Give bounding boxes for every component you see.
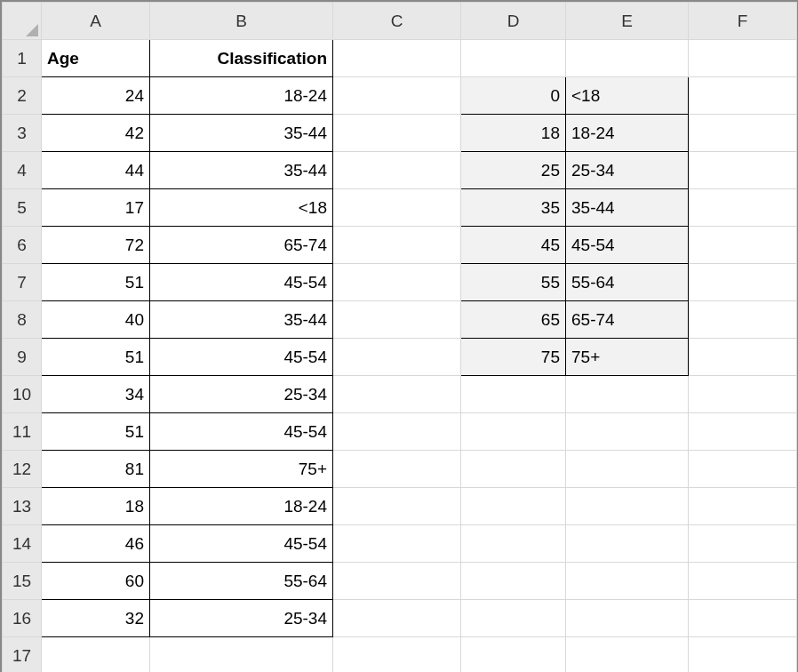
cell-D17[interactable] — [461, 637, 566, 673]
row-header-8[interactable]: 8 — [3, 301, 42, 339]
cell-C15[interactable] — [333, 563, 461, 600]
cell-C10[interactable] — [333, 376, 461, 413]
cell-A13[interactable]: 18 — [42, 488, 150, 525]
cell-B8[interactable]: 35-44 — [150, 301, 333, 339]
cell-A6[interactable]: 72 — [42, 227, 150, 264]
cell-B17[interactable] — [150, 637, 333, 673]
cell-C4[interactable] — [333, 152, 461, 189]
cell-B5[interactable]: <18 — [150, 189, 333, 227]
cell-A4[interactable]: 44 — [42, 152, 150, 189]
cell-C3[interactable] — [333, 115, 461, 152]
select-all-corner[interactable] — [3, 3, 42, 40]
cell-B6[interactable]: 65-74 — [150, 227, 333, 264]
cell-E2[interactable]: <18 — [566, 77, 689, 115]
cell-A8[interactable]: 40 — [42, 301, 150, 339]
cell-C13[interactable] — [333, 488, 461, 525]
cell-A14[interactable]: 46 — [42, 525, 150, 563]
cell-D16[interactable] — [461, 600, 566, 637]
cell-A16[interactable]: 32 — [42, 600, 150, 637]
cell-A11[interactable]: 51 — [42, 413, 150, 451]
row-header-7[interactable]: 7 — [3, 264, 42, 301]
cell-E16[interactable] — [566, 600, 689, 637]
cell-E14[interactable] — [566, 525, 689, 563]
cell-F2[interactable] — [689, 77, 797, 115]
row-header-6[interactable]: 6 — [3, 227, 42, 264]
cell-C14[interactable] — [333, 525, 461, 563]
cell-C6[interactable] — [333, 227, 461, 264]
cell-A10[interactable]: 34 — [42, 376, 150, 413]
cell-F11[interactable] — [689, 413, 797, 451]
cell-E12[interactable] — [566, 451, 689, 488]
row-header-2[interactable]: 2 — [3, 77, 42, 115]
cell-A15[interactable]: 60 — [42, 563, 150, 600]
row-header-4[interactable]: 4 — [3, 152, 42, 189]
cell-F8[interactable] — [689, 301, 797, 339]
cell-F3[interactable] — [689, 115, 797, 152]
cell-D14[interactable] — [461, 525, 566, 563]
cell-A2[interactable]: 24 — [42, 77, 150, 115]
row-header-15[interactable]: 15 — [3, 563, 42, 600]
row-header-12[interactable]: 12 — [3, 451, 42, 488]
cell-B7[interactable]: 45-54 — [150, 264, 333, 301]
col-header-D[interactable]: D — [461, 3, 566, 40]
cell-E6[interactable]: 45-54 — [566, 227, 689, 264]
cell-B1[interactable]: Classification — [150, 40, 333, 77]
cell-B11[interactable]: 45-54 — [150, 413, 333, 451]
cell-A1[interactable]: Age — [42, 40, 150, 77]
cell-D15[interactable] — [461, 563, 566, 600]
row-header-3[interactable]: 3 — [3, 115, 42, 152]
cell-F5[interactable] — [689, 189, 797, 227]
row-header-1[interactable]: 1 — [3, 40, 42, 77]
cell-C12[interactable] — [333, 451, 461, 488]
cell-E5[interactable]: 35-44 — [566, 189, 689, 227]
cell-B4[interactable]: 35-44 — [150, 152, 333, 189]
cell-E4[interactable]: 25-34 — [566, 152, 689, 189]
cell-F9[interactable] — [689, 339, 797, 376]
cell-A3[interactable]: 42 — [42, 115, 150, 152]
cell-B9[interactable]: 45-54 — [150, 339, 333, 376]
cell-C1[interactable] — [333, 40, 461, 77]
cell-C7[interactable] — [333, 264, 461, 301]
cell-E17[interactable] — [566, 637, 689, 673]
cell-D12[interactable] — [461, 451, 566, 488]
cell-E13[interactable] — [566, 488, 689, 525]
cell-F14[interactable] — [689, 525, 797, 563]
cell-D11[interactable] — [461, 413, 566, 451]
cell-D9[interactable]: 75 — [461, 339, 566, 376]
row-header-13[interactable]: 13 — [3, 488, 42, 525]
cell-B2[interactable]: 18-24 — [150, 77, 333, 115]
cell-D3[interactable]: 18 — [461, 115, 566, 152]
col-header-A[interactable]: A — [42, 3, 150, 40]
cell-C9[interactable] — [333, 339, 461, 376]
cell-D7[interactable]: 55 — [461, 264, 566, 301]
col-header-C[interactable]: C — [333, 3, 461, 40]
cell-D10[interactable] — [461, 376, 566, 413]
row-header-9[interactable]: 9 — [3, 339, 42, 376]
cell-B13[interactable]: 18-24 — [150, 488, 333, 525]
cell-E8[interactable]: 65-74 — [566, 301, 689, 339]
col-header-F[interactable]: F — [689, 3, 797, 40]
cell-F1[interactable] — [689, 40, 797, 77]
cell-A9[interactable]: 51 — [42, 339, 150, 376]
cell-B16[interactable]: 25-34 — [150, 600, 333, 637]
cell-C5[interactable] — [333, 189, 461, 227]
cell-D2[interactable]: 0 — [461, 77, 566, 115]
cell-D4[interactable]: 25 — [461, 152, 566, 189]
cell-D5[interactable]: 35 — [461, 189, 566, 227]
cell-A7[interactable]: 51 — [42, 264, 150, 301]
cell-E15[interactable] — [566, 563, 689, 600]
cell-F10[interactable] — [689, 376, 797, 413]
cell-E1[interactable] — [566, 40, 689, 77]
cell-C2[interactable] — [333, 77, 461, 115]
col-header-E[interactable]: E — [566, 3, 689, 40]
cell-F16[interactable] — [689, 600, 797, 637]
cell-E3[interactable]: 18-24 — [566, 115, 689, 152]
col-header-B[interactable]: B — [150, 3, 333, 40]
row-header-16[interactable]: 16 — [3, 600, 42, 637]
cell-D8[interactable]: 65 — [461, 301, 566, 339]
cell-F12[interactable] — [689, 451, 797, 488]
cell-D1[interactable] — [461, 40, 566, 77]
cell-A5[interactable]: 17 — [42, 189, 150, 227]
cell-F6[interactable] — [689, 227, 797, 264]
cell-C17[interactable] — [333, 637, 461, 673]
